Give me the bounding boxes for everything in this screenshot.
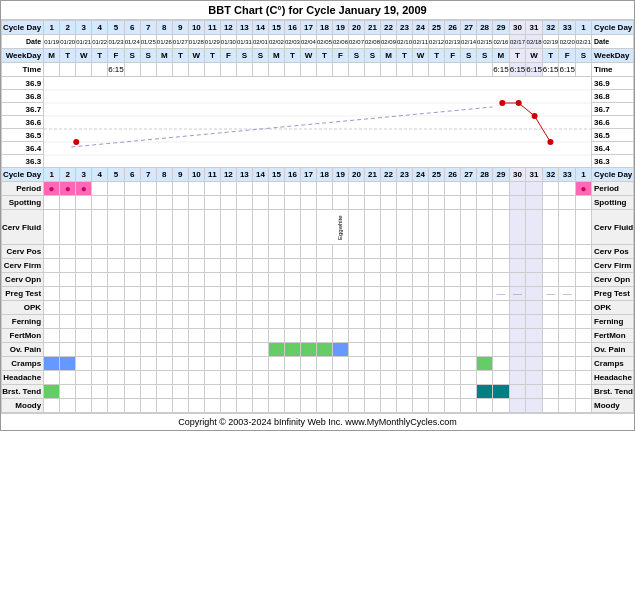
date-28: 02/15 xyxy=(477,35,493,49)
cycle-day-row-bottom: Cycle Day 1 2 3 4 5 6 7 8 9 10 11 12 13 … xyxy=(2,168,634,182)
cd-33: 33 xyxy=(559,21,576,35)
cd-1: 1 xyxy=(44,21,60,35)
date-17: 02/04 xyxy=(300,35,316,49)
ov-pain-row: Ov. Pain Ov. Pain xyxy=(2,343,634,357)
period-row: Period ● ● ● xyxy=(2,182,634,196)
date-10: 01/28 xyxy=(188,35,204,49)
temp-label-365: 36.5 xyxy=(2,129,44,142)
date-30: 02/17 xyxy=(509,35,526,49)
cycle-day-label-right2: Cycle Day xyxy=(592,168,634,182)
cerv-opn-label: Cerv Opn xyxy=(2,273,44,287)
ov-pain-label: Ov. Pain xyxy=(2,343,44,357)
cd-7: 7 xyxy=(140,21,156,35)
temp-label-366: 36.6 xyxy=(2,116,44,129)
cramps-green-28 xyxy=(477,357,493,371)
date-11: 01/29 xyxy=(204,35,220,49)
temp-label-365-right: 36.5 xyxy=(592,129,634,142)
svg-line-6 xyxy=(71,107,492,147)
ferning-row: Ferning Ferning xyxy=(2,315,634,329)
ov-pain-label-right: Ov. Pain xyxy=(592,343,634,357)
date-31: 02/18 xyxy=(526,35,543,49)
temp-label-363: 36.3 xyxy=(2,155,44,168)
opk-label-right: OPK xyxy=(592,301,634,315)
cd-15: 15 xyxy=(268,21,284,35)
cycle-day-label-left2: Cycle Day xyxy=(2,168,44,182)
temp-label-369: 36.9 xyxy=(2,77,44,90)
date-33: 02/20 xyxy=(559,35,576,49)
fertmon-row: FertMon FertMon xyxy=(2,329,634,343)
period-cell-3: ● xyxy=(76,182,92,196)
temp-label-368: 36.8 xyxy=(2,90,44,103)
ov-pain-green-18 xyxy=(316,343,332,357)
date-12: 01/30 xyxy=(220,35,236,49)
chart-title: BBT Chart (C°) for Cycle January 19, 200… xyxy=(1,1,634,20)
ov-pain-blue-19 xyxy=(332,343,348,357)
cramps-row: Cramps Cramps xyxy=(2,357,634,371)
cerv-opn-label-right: Cerv Opn xyxy=(592,273,634,287)
temp-label-363-right: 36.3 xyxy=(592,155,634,168)
moody-label-right: Moody xyxy=(592,399,634,413)
cd-1b: 1 xyxy=(576,21,592,35)
cd-25: 25 xyxy=(429,21,445,35)
weekday-row: WeekDay M T W T F S S M T W T F S S M T … xyxy=(2,49,634,63)
cd-32: 32 xyxy=(542,21,559,35)
period-cell-last: ● xyxy=(576,182,592,196)
temp-label-367-right: 36.7 xyxy=(592,103,634,116)
cd-11: 11 xyxy=(204,21,220,35)
date-19: 02/06 xyxy=(332,35,348,49)
weekday-label-right: WeekDay xyxy=(592,49,634,63)
date-18: 02/05 xyxy=(316,35,332,49)
ferning-label: Ferning xyxy=(2,315,44,329)
brst-tend-label: Brst. Tend xyxy=(2,385,44,399)
fertmon-label: FertMon xyxy=(2,329,44,343)
weekday-label-left: WeekDay xyxy=(2,49,44,63)
date-7: 01/25 xyxy=(140,35,156,49)
brst-tend-green-1 xyxy=(44,385,60,399)
headache-row: Headache Headache xyxy=(2,371,634,385)
preg-test-row: Preg Test — — — — Preg Test xyxy=(2,287,634,301)
cerv-firm-label-right: Cerv Firm xyxy=(592,259,634,273)
cerv-firm-row: Cerv Firm Cerv Firm xyxy=(2,259,634,273)
date-label-right: Date xyxy=(592,35,634,49)
time-row: Time 6:15 xyxy=(2,63,634,77)
date-24: 02/11 xyxy=(413,35,429,49)
temp-graph xyxy=(44,77,591,168)
brst-tend-teal-29 xyxy=(493,385,510,399)
cd-2: 2 xyxy=(60,21,76,35)
cd-4: 4 xyxy=(92,21,108,35)
date-4: 01/22 xyxy=(92,35,108,49)
spotting-row: Spotting Spotting xyxy=(2,196,634,210)
cycle-day-row-top: Cycle Day 1 2 3 4 5 6 7 8 9 10 11 12 13 … xyxy=(2,21,634,35)
ov-pain-green-17 xyxy=(300,343,316,357)
cramps-blue-1 xyxy=(44,357,60,371)
period-label: Period xyxy=(2,182,44,196)
cd-23: 23 xyxy=(397,21,413,35)
cd-12: 12 xyxy=(220,21,236,35)
date-8: 01/26 xyxy=(156,35,172,49)
date-32: 02/19 xyxy=(542,35,559,49)
cerv-fluid-row: Cerv Fluid Eggwhite Cerv Fluid xyxy=(2,210,634,245)
preg-test-label: Preg Test xyxy=(2,287,44,301)
moody-label: Moody xyxy=(2,399,44,413)
ov-pain-green-15 xyxy=(268,343,284,357)
spotting-label-right: Spotting xyxy=(592,196,634,210)
temp-row-369: 36.9 xyxy=(2,77,634,90)
date-23: 02/10 xyxy=(397,35,413,49)
time-label-left: Time xyxy=(2,63,44,77)
fertmon-label-right: FertMon xyxy=(592,329,634,343)
date-9: 01/27 xyxy=(172,35,188,49)
cd-20: 20 xyxy=(348,21,364,35)
brst-tend-row: Brst. Tend Brst. Tend xyxy=(2,385,634,399)
opk-row: OPK OPK xyxy=(2,301,634,315)
date-2: 01/20 xyxy=(60,35,76,49)
cerv-firm-label: Cerv Firm xyxy=(2,259,44,273)
cd-19: 19 xyxy=(332,21,348,35)
cd-18: 18 xyxy=(316,21,332,35)
bbt-table: Cycle Day 1 2 3 4 5 6 7 8 9 10 11 12 13 … xyxy=(1,20,634,413)
period-cell-2: ● xyxy=(60,182,76,196)
cramps-label-right: Cramps xyxy=(592,357,634,371)
cd-16: 16 xyxy=(284,21,300,35)
cd-29: 29 xyxy=(493,21,510,35)
footer: Copyright © 2003-2024 bInfinity Web Inc.… xyxy=(1,413,634,430)
cd-14: 14 xyxy=(252,21,268,35)
